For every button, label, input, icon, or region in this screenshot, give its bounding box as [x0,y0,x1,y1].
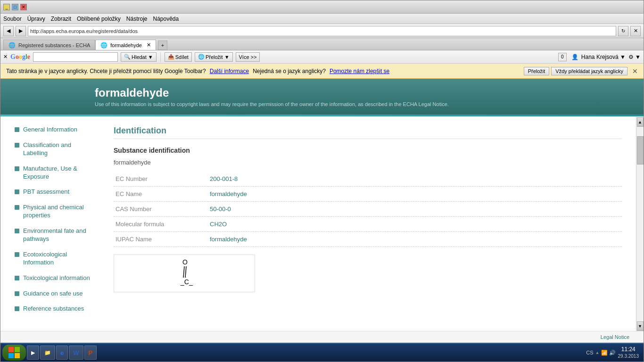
scroll-down-button[interactable]: ▼ [637,321,644,331]
tray-clock: 11:24 29.3.2013 [618,346,639,360]
menu-napoveda[interactable]: Nápověda [153,16,179,22]
sidebar-item-4[interactable]: Physical and chemical properties [15,204,95,220]
word-icon: W [73,349,79,356]
scrollbar[interactable]: ▲ ▼ [636,116,644,331]
field-value-2: 50-00-0 [208,202,622,217]
translate-bar: Tato stránka je v jazyce anglicky. Chcet… [0,64,644,79]
sidebar-label-0: General Information [23,126,77,134]
tab-registered[interactable]: 🌐 Registered substances - ECHA [3,40,95,50]
tab-label-2: formaldehyde [110,42,142,48]
maximize-button[interactable]: □ [12,4,18,10]
svg-rect-5 [15,347,20,352]
sidebar-item-8[interactable]: Guidance on safe use [15,290,95,298]
legal-notice-link[interactable]: Legal Notice [601,334,629,340]
new-tab-button[interactable]: + [158,41,167,50]
ie-icon: e [60,349,64,356]
more-info-link[interactable]: Další informace [210,68,249,74]
field-label-4: IUPAC Name [114,232,208,247]
taskbar-media-player[interactable]: ▶ [27,346,39,360]
sidebar-label-6: Ecotoxicological Information [23,251,95,267]
taskbar-word[interactable]: W [69,346,83,360]
tab-close-icon[interactable]: ✕ [147,42,151,48]
sidebar-label-1: Classification and Labelling [23,141,95,157]
translate-btn[interactable]: Přeložit [524,67,550,75]
sidebar-item-1[interactable]: Classification and Labelling [15,141,95,157]
menu-soubor[interactable]: Soubor [3,16,22,22]
media-icon: ▶ [31,350,35,356]
sidebar-bullet-2 [15,166,19,171]
google-search-button[interactable]: 🔍 Hledat ▼ [121,52,157,62]
clock-time: 11:24 [618,346,639,354]
sidebar-bullet-4 [15,205,19,210]
minimize-button[interactable]: _ [3,4,10,10]
back-button[interactable]: ◀ [3,26,14,36]
close-toolbar-icon[interactable]: ✕ [3,54,8,60]
table-row: EC Number200-001-8 [114,172,622,187]
table-row: EC Nameformaldehyde [114,187,622,202]
svg-rect-4 [8,347,14,352]
sidebar-item-2[interactable]: Manufacture, Use & Exposure [15,165,95,181]
tab-favicon-2: 🌐 [100,42,107,49]
more-button[interactable]: Více >> [236,52,260,62]
sidebar-item-0[interactable]: General Information [15,126,95,134]
taskbar-ie[interactable]: e [56,346,68,360]
count-badge: 0 [558,53,567,61]
table-row: IUPAC Nameformaldehyde [114,232,622,247]
refresh-stop-button[interactable]: ✕ [630,26,641,36]
table-row: Molecular formulaCH2O [114,217,622,232]
section-title: Identification [114,126,622,139]
sidebar-bullet-5 [15,229,19,233]
user-avatar: 👤 [571,54,578,60]
sidebar-bullet-0 [15,127,19,132]
sidebar-item-7[interactable]: Toxicological information [15,274,95,282]
content-area: Identification Substance identification … [95,116,636,331]
translate-close-icon[interactable]: ✕ [632,67,638,75]
tray-arrow: ▲ [595,350,600,355]
forward-button[interactable]: ▶ [16,26,26,36]
toolbar-divider-1 [160,52,161,62]
field-label-2: CAS Number [114,202,208,217]
taskbar: ▶ 📁 e W P CS ▲ 📶 🔊 11:24 29.3.2013 [0,343,644,362]
menu-zobrazit[interactable]: Zobrazit [51,16,71,22]
scrollbar-thumb[interactable] [637,136,644,165]
tab-favicon-1: 🌐 [8,42,16,49]
molecule-diagram: O _C_ [114,255,255,292]
improve-link[interactable]: Pomozte nám zlepšit se [330,68,389,74]
page-title: formaldehyde [95,86,629,99]
sidebar-label-5: Environmental fate and pathways [23,227,95,243]
sidebar-item-3[interactable]: PBT assessment [15,188,95,196]
share-button[interactable]: 📤 Sdílet [165,52,192,62]
sidebar-item-9[interactable]: Reference substances [15,305,95,313]
google-search-input[interactable] [33,52,118,62]
table-row: CAS Number50-00-0 [114,202,622,217]
scroll-up-button[interactable]: ▲ [637,117,644,127]
taskbar-file-manager[interactable]: 📁 [40,346,55,360]
always-translate-btn[interactable]: Vždy překládat jazyk anglicky [551,67,627,75]
refresh-button[interactable]: ↻ [618,26,628,36]
field-label-0: EC Number [114,172,208,187]
sidebar-label-7: Toxicological information [23,274,90,282]
translate-button[interactable]: 🌐 Přeložit ▼ [195,52,233,62]
sidebar-bullet-7 [15,276,19,280]
address-bar[interactable] [28,26,616,36]
sidebar-item-5[interactable]: Environmental fate and pathways [15,227,95,243]
menu-oblibene[interactable]: Oblíbené položky [77,16,121,22]
folder-icon: 📁 [44,350,51,356]
toolbar-settings[interactable]: ⚙ ▼ [628,54,641,60]
menu-nastroje[interactable]: Nástroje [126,16,148,22]
sidebar-label-2: Manufacture, Use & Exposure [23,165,95,181]
tab-formaldehyde[interactable]: 🌐 formaldehyde ✕ [95,40,156,50]
field-value-0: 200-001-8 [208,172,622,187]
start-button[interactable] [2,345,26,361]
page-subtitle: Use of this information is subject to co… [95,101,629,107]
sidebar-label-8: Guidance on safe use [23,290,83,298]
user-menu[interactable]: Hana Krejsová ▼ [581,54,626,60]
taskbar-powerpoint[interactable]: P [84,346,97,360]
svg-text:O: O [182,258,188,266]
sidebar-item-6[interactable]: Ecotoxicological Information [15,251,95,267]
sidebar-label-9: Reference substances [23,305,84,313]
sidebar-bullet-8 [15,291,19,296]
tray-icons: 📶 🔊 [601,350,616,356]
menu-upravy[interactable]: Úpravy [27,16,45,22]
close-button[interactable]: ✕ [20,4,27,10]
